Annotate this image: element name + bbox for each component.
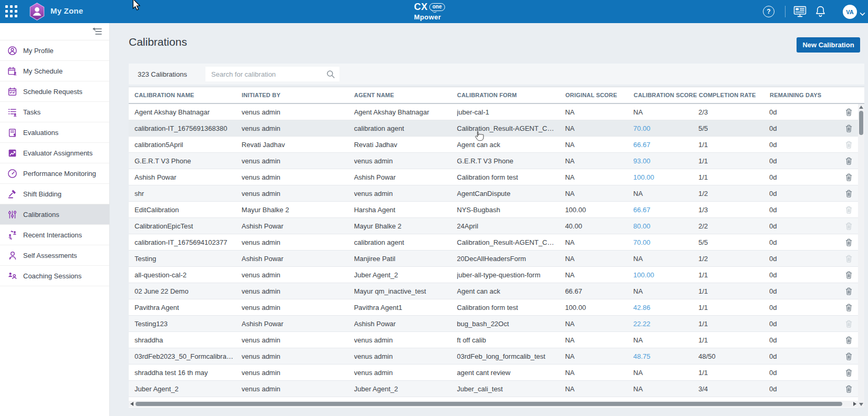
table-row[interactable]: Ashish Powarvenus adminAshish PowarCalib… <box>129 169 858 185</box>
table-row[interactable]: Juber Agent_2venus adminJuber Agent_2Jub… <box>129 381 858 397</box>
cell-calibration-score[interactable]: 66.67 <box>633 206 698 214</box>
delete-calibration-icon <box>839 319 858 328</box>
cell-calibration-score[interactable]: 66.67 <box>633 141 698 149</box>
help-icon[interactable]: ? <box>763 6 774 17</box>
cell-remaining-days: 0d <box>769 157 839 165</box>
table-row[interactable]: Testing123Ashish PowarAshish Powarbug_ba… <box>129 316 858 332</box>
sidebar-item-shift-bidding[interactable]: Shift Bidding <box>0 184 109 204</box>
sidebar-item-coaching-sessions[interactable]: Coaching Sessions <box>0 266 109 286</box>
scroll-left-arrow-icon[interactable] <box>130 402 133 406</box>
sidebar-header <box>0 23 109 40</box>
vertical-scrollbar[interactable] <box>858 104 864 408</box>
cell-completion-rate: 1/2 <box>698 190 769 197</box>
delete-calibration-icon[interactable] <box>839 303 858 312</box>
delete-calibration-icon[interactable] <box>839 108 858 117</box>
table-row[interactable]: 03rdFeb2023_50_Formcalibratio...venus ad… <box>129 348 858 365</box>
cell-calibration-form: 03rdFeb_long_formcalib_test <box>457 352 565 360</box>
user-avatar[interactable]: VA <box>843 5 857 19</box>
cell-calibration-form: 24April <box>457 222 565 230</box>
table-row[interactable]: calibration5AprilRevati JadhavRevati Jad… <box>129 137 858 153</box>
column-header-remaining-days[interactable]: REMAINING DAYS <box>770 92 840 98</box>
scroll-right-arrow-icon[interactable] <box>853 402 856 406</box>
cell-remaining-days: 0d <box>769 287 839 295</box>
table-row[interactable]: G.E.R.T V3 Phonevenus adminvenus adminG.… <box>129 153 858 169</box>
cell-agent-name: Mayur Bhalke 2 <box>354 222 457 230</box>
sidebar-item-tasks[interactable]: Tasks <box>0 102 109 122</box>
sidebar-item-performance-monitoring[interactable]: Performance Monitoring <box>0 163 109 184</box>
app-launcher-icon[interactable] <box>5 5 17 17</box>
scroll-down-arrow-icon[interactable] <box>859 403 863 406</box>
delete-calibration-icon[interactable] <box>839 271 858 279</box>
sidebar-item-my-schedule[interactable]: My Schedule <box>0 61 109 81</box>
table-row[interactable]: Agent Akshay Bhatnagarvenus adminAgent A… <box>129 104 858 120</box>
cell-calibration-score[interactable]: 42.86 <box>633 304 698 311</box>
delete-calibration-icon[interactable] <box>839 189 858 198</box>
cell-initiated-by: Ashish Powar <box>242 222 354 230</box>
delete-calibration-icon[interactable] <box>839 157 858 165</box>
sidebar-item-my-profile[interactable]: My Profile <box>0 40 109 61</box>
table-row[interactable]: TestingAshish PowarManjiree Patil20DecAl… <box>129 251 858 267</box>
cell-completion-rate: 1/1 <box>698 141 769 149</box>
cell-calibration-score[interactable]: 80.00 <box>633 222 698 230</box>
cell-calibration-score[interactable]: 100.00 <box>633 271 698 279</box>
cell-calibration-score: NA <box>633 108 698 116</box>
cell-calibration-name: shr <box>135 190 242 197</box>
cell-calibration-form: juber-cal-1 <box>457 108 565 116</box>
table-row[interactable]: shrvenus adminvenus adminAgentCanDispute… <box>129 185 858 202</box>
cell-calibration-form: Calibration_Result-AGENT_CAN_... <box>457 238 565 246</box>
search-icon[interactable] <box>326 70 335 81</box>
column-header-completion-rate[interactable]: COMPLETION RATE <box>699 92 770 98</box>
delete-calibration-icon[interactable] <box>839 287 858 296</box>
sidebar-item-evaluations[interactable]: Evaluations <box>0 122 109 143</box>
sidebar-item-self-assessments[interactable]: Self Assessments <box>0 245 109 266</box>
horizontal-scrollbar[interactable] <box>129 401 858 407</box>
delete-calibration-icon[interactable] <box>839 352 858 361</box>
vertical-scrollbar-thumb[interactable] <box>859 111 863 135</box>
table-row[interactable]: shraddha test 16 th mayvenus adminvenus … <box>129 365 858 381</box>
table-row[interactable]: calibration-IT_1675694102377venus adminc… <box>129 234 858 251</box>
search-input[interactable] <box>205 67 329 81</box>
cell-calibration-score[interactable]: 70.00 <box>633 238 698 246</box>
sidebar-item-schedule-requests[interactable]: Schedule Requests <box>0 81 109 102</box>
collapse-sidebar-icon[interactable] <box>92 28 102 37</box>
table-row[interactable]: calibration-IT_1675691368380venus adminc… <box>129 120 858 137</box>
cell-calibration-score[interactable]: 93.00 <box>633 157 698 165</box>
account-chevron-down-icon[interactable] <box>860 9 865 18</box>
cell-agent-name: Juber Agent_2 <box>354 385 457 393</box>
cell-calibration-score[interactable]: 70.00 <box>633 124 698 132</box>
cell-original-score: NA <box>565 190 633 197</box>
delete-calibration-icon[interactable] <box>839 238 858 247</box>
table-row[interactable]: EditCalibrationMayur Bhalke 2Harsha Agen… <box>129 202 858 218</box>
sidebar-item-calibrations[interactable]: Calibrations <box>0 204 109 225</box>
delete-calibration-icon[interactable] <box>839 124 858 133</box>
column-header-original-score[interactable]: ORIGINAL SCORE <box>565 92 634 98</box>
sidebar-item-evaluator-assignments[interactable]: Evaluator Assignments <box>0 143 109 163</box>
column-header-calibration-score[interactable]: CALIBRATION SCORE <box>634 92 699 98</box>
schedule-requests-icon <box>7 87 17 97</box>
scroll-up-arrow-icon[interactable] <box>859 106 863 109</box>
table-row[interactable]: Pavithra Agentvenus adminPavithra Agent1… <box>129 299 858 316</box>
delete-calibration-icon[interactable] <box>839 336 858 345</box>
cell-calibration-score[interactable]: 100.00 <box>633 173 698 181</box>
column-header-initiated-by[interactable]: INITIATED BY <box>242 92 354 98</box>
column-header-calibration-form[interactable]: CALIBRATION FORM <box>457 92 565 98</box>
new-calibration-button[interactable]: New Calibration <box>797 37 860 53</box>
table-row[interactable]: shraddhavenus adminvenus adminft off cal… <box>129 332 858 348</box>
sidebar-item-recent-interactions[interactable]: Recent Interactions <box>0 225 109 245</box>
cell-calibration-score[interactable]: 48.75 <box>633 352 698 360</box>
announcements-icon[interactable] <box>793 6 807 19</box>
cell-calibration-score[interactable]: 22.22 <box>633 320 698 328</box>
delete-calibration-icon[interactable] <box>839 173 858 182</box>
notifications-bell-icon[interactable] <box>815 5 826 19</box>
delete-calibration-icon[interactable] <box>839 368 858 377</box>
column-header-calibration-name[interactable]: CALIBRATION NAME <box>135 92 242 98</box>
delete-calibration-icon[interactable] <box>839 384 858 393</box>
table-row[interactable]: all-question-cal-2venus adminJuber Agent… <box>129 267 858 283</box>
column-header-agent-name[interactable]: AGENT NAME <box>354 92 457 98</box>
cell-calibration-name: 02 June 22 Demo <box>135 287 242 295</box>
cell-agent-name: venus admin <box>354 157 457 165</box>
table-row[interactable]: CalibrationEpicTestAshish PowarMayur Bha… <box>129 218 858 234</box>
horizontal-scrollbar-thumb[interactable] <box>136 402 842 406</box>
cell-agent-name: Mayur qm_inactive_test <box>354 287 457 295</box>
table-row[interactable]: 02 June 22 Demovenus adminMayur qm_inact… <box>129 283 858 299</box>
